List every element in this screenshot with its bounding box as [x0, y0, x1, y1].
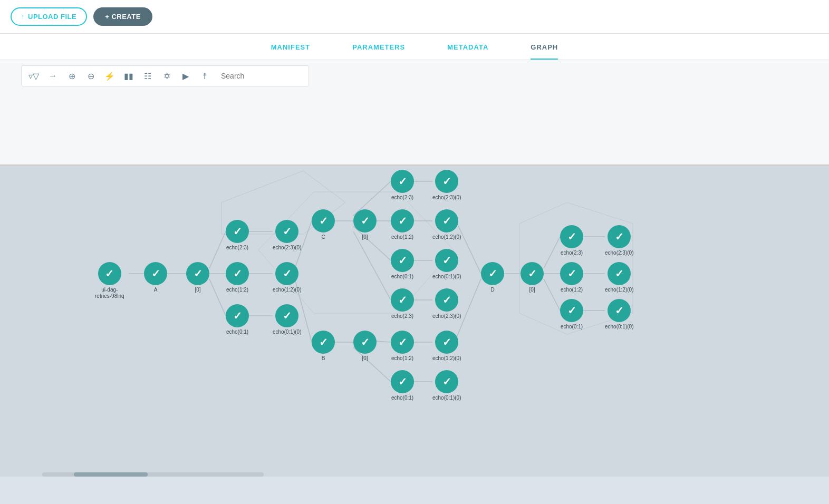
node-steps0-lower[interactable]: ✓ [0]	[186, 262, 209, 293]
lower-graph-panel: ✓ ui-dag-retries-98lnq ✓ A ✓ [0] ✓ echo(…	[0, 166, 829, 477]
node-echo12-lower[interactable]: ✓ echo(1:2)	[226, 262, 249, 293]
lower-connections-svg	[0, 166, 829, 477]
scrollbar[interactable]	[42, 472, 264, 477]
tab-manifest[interactable]: MANIFEST	[271, 34, 310, 60]
node-echo23-c2[interactable]: ✓ echo(2:3)	[391, 288, 414, 319]
node-echo01-lower[interactable]: ✓ echo(0:1)	[226, 304, 249, 335]
svg-line-37	[353, 231, 391, 300]
arrow-right-icon[interactable]: →	[47, 70, 59, 82]
upload-icon: ↑	[21, 13, 25, 21]
node-echo01-c[interactable]: ✓ echo(0:1)	[391, 249, 414, 280]
node-D-lower[interactable]: ✓ D	[481, 262, 504, 293]
node-C-steps0-lower[interactable]: ✓ [0]	[353, 209, 377, 240]
zoom-out-icon[interactable]: ⊖	[85, 70, 97, 82]
grid-icon[interactable]: ☷	[142, 70, 153, 82]
node-echo12-0-lower[interactable]: ✓ echo(1:2)(0)	[273, 262, 301, 293]
node-B-lower[interactable]: ✓ B	[312, 331, 335, 362]
node-echo23-d[interactable]: ✓ echo(2:3)	[560, 225, 583, 256]
upload-file-button[interactable]: ↑ UPLOAD FILE	[11, 7, 87, 26]
node-echo23-0-d[interactable]: ✓ echo(2:3)(0)	[605, 225, 633, 256]
node-dag-lower[interactable]: ✓ ui-dag-retries-98lnq	[95, 262, 124, 299]
graph-toolbar: ▿▽ → ⊕ ⊖ ⚡ ▮▮ ☷ ✡ ▶ ☨	[21, 65, 309, 86]
node-B-steps0-lower[interactable]: ✓ [0]	[353, 331, 377, 362]
node-echo23-0-l1[interactable]: ✓ echo(2:3)(0)	[273, 220, 301, 251]
hierarchy-icon[interactable]: ☨	[199, 70, 210, 82]
lightning-icon[interactable]: ⚡	[104, 70, 115, 82]
node-echo12-d[interactable]: ✓ echo(1:2)	[560, 262, 583, 293]
node-echo12-0-d[interactable]: ✓ echo(1:2)(0)	[605, 262, 633, 293]
node-echo01-0-b[interactable]: ✓ echo(0:1)(0)	[432, 370, 461, 401]
node-C-lower[interactable]: ✓ C	[312, 209, 335, 240]
copy-icon[interactable]: ▮▮	[123, 70, 134, 82]
node-echo01-0-d[interactable]: ✓ echo(0:1)(0)	[605, 299, 633, 330]
create-button[interactable]: + CREATE	[93, 7, 152, 26]
expand-icon[interactable]: ✡	[161, 70, 172, 82]
top-bar: ↑ UPLOAD FILE + CREATE	[0, 0, 829, 34]
node-echo23-0-c2[interactable]: ✓ echo(2:3)(0)	[432, 288, 461, 319]
node-echo23-0-c[interactable]: ✓ echo(2:3)(0)	[432, 170, 461, 201]
node-echo01-b[interactable]: ✓ echo(0:1)	[391, 370, 414, 401]
node-echo12-0-b[interactable]: ✓ echo(1:2)(0)	[432, 331, 461, 362]
tabs-bar: MANIFEST PARAMETERS METADATA GRAPH	[0, 34, 829, 60]
zoom-in-icon[interactable]: ⊕	[66, 70, 78, 82]
node-echo12-b[interactable]: ✓ echo(1:2)	[391, 331, 414, 362]
tag-icon[interactable]: ▶	[180, 70, 191, 82]
node-D-steps0-lower[interactable]: ✓ [0]	[520, 262, 544, 293]
svg-line-48	[544, 237, 560, 268]
tab-graph[interactable]: GRAPH	[531, 34, 558, 60]
node-echo01-0-c[interactable]: ✓ echo(0:1)(0)	[432, 249, 461, 280]
upper-graph-panel: ▿▽ → ⊕ ⊖ ⚡ ▮▮ ☷ ✡ ▶ ☨	[0, 60, 829, 166]
node-echo12-c[interactable]: ✓ echo(1:2)	[391, 209, 414, 240]
node-echo23-l1[interactable]: ✓ echo(2:3)	[226, 220, 249, 251]
tab-parameters[interactable]: PARAMETERS	[352, 34, 405, 60]
node-echo23-c[interactable]: ✓ echo(2:3)	[391, 170, 414, 201]
svg-line-52	[544, 279, 560, 311]
node-echo01-d[interactable]: ✓ echo(0:1)	[560, 299, 583, 330]
search-input[interactable]	[218, 71, 302, 81]
node-echo12-0-c[interactable]: ✓ echo(1:2)(0)	[432, 209, 461, 240]
node-A-lower[interactable]: ✓ A	[144, 262, 167, 293]
filter-icon[interactable]: ▿▽	[28, 70, 40, 82]
node-echo01-0-lower[interactable]: ✓ echo(0:1)(0)	[273, 304, 301, 335]
svg-line-27	[209, 279, 226, 316]
tab-metadata[interactable]: METADATA	[447, 34, 488, 60]
svg-line-25	[209, 231, 226, 268]
